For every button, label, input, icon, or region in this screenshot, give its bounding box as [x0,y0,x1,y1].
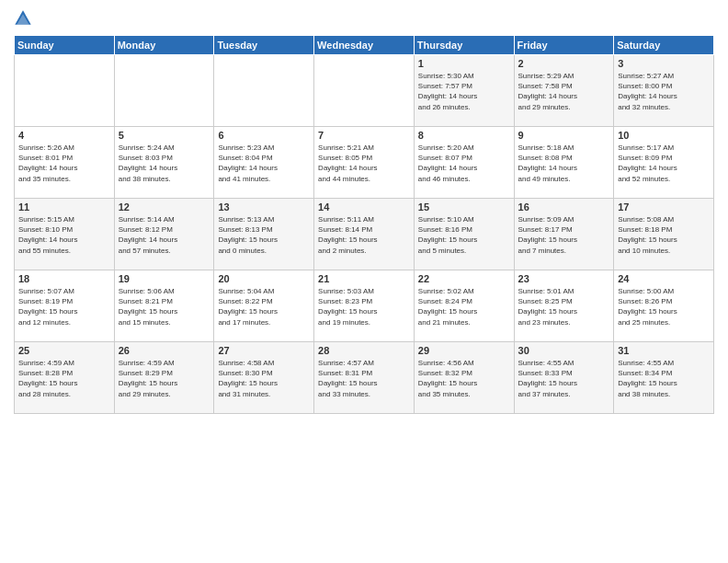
day-cell: 27Sunrise: 4:58 AM Sunset: 8:30 PM Dayli… [214,342,314,414]
day-info: Sunrise: 4:57 AM Sunset: 8:31 PM Dayligh… [318,358,410,399]
day-cell: 25Sunrise: 4:59 AM Sunset: 8:28 PM Dayli… [15,342,115,414]
day-info: Sunrise: 5:30 AM Sunset: 7:57 PM Dayligh… [418,71,510,112]
week-row: 11Sunrise: 5:15 AM Sunset: 8:10 PM Dayli… [15,199,714,270]
day-info: Sunrise: 5:27 AM Sunset: 8:00 PM Dayligh… [618,71,710,112]
day-cell: 4Sunrise: 5:26 AM Sunset: 8:01 PM Daylig… [15,127,115,199]
week-row: 1Sunrise: 5:30 AM Sunset: 7:57 PM Daylig… [15,55,714,127]
day-info: Sunrise: 4:56 AM Sunset: 8:32 PM Dayligh… [418,358,510,399]
day-number: 11 [18,201,110,213]
day-cell: 8Sunrise: 5:20 AM Sunset: 8:07 PM Daylig… [414,127,514,199]
day-number: 5 [119,130,210,141]
day-number: 20 [218,273,310,284]
day-cell: 13Sunrise: 5:13 AM Sunset: 8:13 PM Dayli… [214,199,314,270]
day-info: Sunrise: 5:20 AM Sunset: 8:07 PM Dayligh… [418,143,510,184]
day-cell: 24Sunrise: 5:00 AM Sunset: 8:26 PM Dayli… [614,270,714,342]
day-info: Sunrise: 5:17 AM Sunset: 8:09 PM Dayligh… [618,143,710,184]
day-number: 15 [418,201,510,213]
day-number: 12 [119,201,210,213]
day-cell: 1Sunrise: 5:30 AM Sunset: 7:57 PM Daylig… [414,55,514,127]
day-number: 21 [318,273,410,284]
day-info: Sunrise: 5:07 AM Sunset: 8:19 PM Dayligh… [18,286,110,327]
day-number: 9 [518,130,610,141]
day-header: Thursday [414,36,514,55]
day-cell: 20Sunrise: 5:04 AM Sunset: 8:22 PM Dayli… [214,270,314,342]
day-info: Sunrise: 4:55 AM Sunset: 8:33 PM Dayligh… [518,358,610,399]
day-number: 2 [518,58,610,69]
day-number: 18 [18,273,110,284]
day-info: Sunrise: 4:55 AM Sunset: 8:34 PM Dayligh… [618,358,710,399]
day-header: Saturday [614,36,714,55]
header-row: SundayMondayTuesdayWednesdayThursdayFrid… [15,36,714,55]
day-info: Sunrise: 5:03 AM Sunset: 8:23 PM Dayligh… [318,286,410,327]
day-cell [15,55,115,127]
day-info: Sunrise: 5:15 AM Sunset: 8:10 PM Dayligh… [18,214,110,256]
day-header: Sunday [15,36,115,55]
day-cell: 26Sunrise: 4:59 AM Sunset: 8:29 PM Dayli… [114,342,214,414]
day-cell: 14Sunrise: 5:11 AM Sunset: 8:14 PM Dayli… [314,199,415,270]
day-number: 24 [618,273,710,284]
day-cell: 16Sunrise: 5:09 AM Sunset: 8:17 PM Dayli… [514,199,614,270]
day-info: Sunrise: 5:14 AM Sunset: 8:12 PM Dayligh… [119,214,210,256]
day-info: Sunrise: 5:10 AM Sunset: 8:16 PM Dayligh… [418,214,510,256]
day-cell [314,55,415,127]
day-number: 7 [318,130,410,141]
day-cell: 9Sunrise: 5:18 AM Sunset: 8:08 PM Daylig… [514,127,614,199]
day-cell: 31Sunrise: 4:55 AM Sunset: 8:34 PM Dayli… [614,342,714,414]
day-number: 14 [318,201,410,213]
day-cell: 11Sunrise: 5:15 AM Sunset: 8:10 PM Dayli… [15,199,115,270]
calendar-table: SundayMondayTuesdayWednesdayThursdayFrid… [14,35,714,414]
day-number: 31 [618,345,710,356]
day-cell: 19Sunrise: 5:06 AM Sunset: 8:21 PM Dayli… [114,270,214,342]
day-number: 29 [418,345,510,356]
day-number: 23 [518,273,610,284]
day-number: 6 [218,130,310,141]
day-cell: 17Sunrise: 5:08 AM Sunset: 8:18 PM Dayli… [614,199,714,270]
day-number: 13 [218,201,310,213]
week-row: 4Sunrise: 5:26 AM Sunset: 8:01 PM Daylig… [15,127,714,199]
day-info: Sunrise: 5:08 AM Sunset: 8:18 PM Dayligh… [618,214,710,256]
day-info: Sunrise: 5:02 AM Sunset: 8:24 PM Dayligh… [418,286,510,327]
day-number: 19 [119,273,210,284]
day-cell: 28Sunrise: 4:57 AM Sunset: 8:31 PM Dayli… [314,342,415,414]
day-cell: 5Sunrise: 5:24 AM Sunset: 8:03 PM Daylig… [114,127,214,199]
day-info: Sunrise: 4:59 AM Sunset: 8:29 PM Dayligh… [119,358,210,399]
day-header: Friday [514,36,614,55]
day-cell: 29Sunrise: 4:56 AM Sunset: 8:32 PM Dayli… [414,342,514,414]
day-number: 8 [418,130,510,141]
day-info: Sunrise: 5:13 AM Sunset: 8:13 PM Dayligh… [218,214,310,256]
day-cell [114,55,214,127]
day-info: Sunrise: 5:21 AM Sunset: 8:05 PM Dayligh… [318,143,410,184]
day-cell: 22Sunrise: 5:02 AM Sunset: 8:24 PM Dayli… [414,270,514,342]
day-info: Sunrise: 5:04 AM Sunset: 8:22 PM Dayligh… [218,286,310,327]
day-number: 4 [18,130,110,141]
day-info: Sunrise: 5:00 AM Sunset: 8:26 PM Dayligh… [618,286,710,327]
day-cell: 10Sunrise: 5:17 AM Sunset: 8:09 PM Dayli… [614,127,714,199]
day-info: Sunrise: 5:18 AM Sunset: 8:08 PM Dayligh… [518,143,610,184]
day-info: Sunrise: 5:09 AM Sunset: 8:17 PM Dayligh… [518,214,610,256]
day-info: Sunrise: 5:11 AM Sunset: 8:14 PM Dayligh… [318,214,410,256]
week-row: 25Sunrise: 4:59 AM Sunset: 8:28 PM Dayli… [15,342,714,414]
day-cell: 15Sunrise: 5:10 AM Sunset: 8:16 PM Dayli… [414,199,514,270]
day-cell: 3Sunrise: 5:27 AM Sunset: 8:00 PM Daylig… [614,55,714,127]
day-header: Wednesday [314,36,415,55]
header [14,9,714,28]
day-number: 25 [18,345,110,356]
logo-icon [14,9,32,28]
day-number: 28 [318,345,410,356]
day-header: Tuesday [214,36,314,55]
day-info: Sunrise: 5:24 AM Sunset: 8:03 PM Dayligh… [119,143,210,184]
day-number: 10 [618,130,710,141]
day-number: 3 [618,58,710,69]
day-cell: 12Sunrise: 5:14 AM Sunset: 8:12 PM Dayli… [114,199,214,270]
day-cell: 18Sunrise: 5:07 AM Sunset: 8:19 PM Dayli… [15,270,115,342]
page: SundayMondayTuesdayWednesdayThursdayFrid… [0,0,728,563]
logo [14,9,34,28]
day-info: Sunrise: 4:58 AM Sunset: 8:30 PM Dayligh… [218,358,310,399]
day-number: 30 [518,345,610,356]
day-header: Monday [114,36,214,55]
day-cell: 30Sunrise: 4:55 AM Sunset: 8:33 PM Dayli… [514,342,614,414]
day-cell: 2Sunrise: 5:29 AM Sunset: 7:58 PM Daylig… [514,55,614,127]
day-number: 17 [618,201,710,213]
day-number: 1 [418,58,510,69]
day-info: Sunrise: 5:26 AM Sunset: 8:01 PM Dayligh… [18,143,110,184]
